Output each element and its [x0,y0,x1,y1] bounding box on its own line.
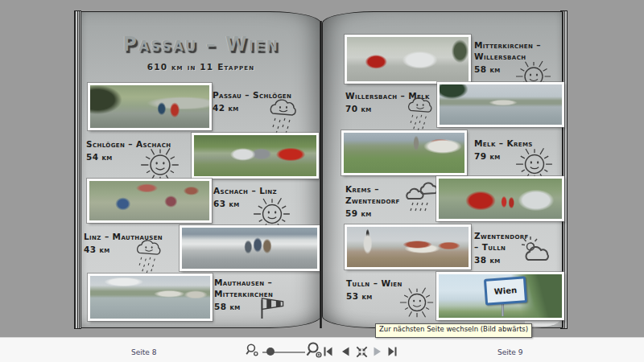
stage-photo [88,274,213,321]
previous-page-button[interactable] [341,347,349,356]
windsock-icon [257,294,289,319]
stage-photo [87,179,212,223]
rain-cloud-icon [132,238,166,274]
zoom-slider-handle[interactable] [266,348,275,356]
stage-route: Mauthausen – [214,277,307,288]
sun-icon [398,284,436,321]
rain-cloud-icon [265,97,302,136]
book-spine [320,21,322,328]
stage-photo [341,130,467,175]
tooltip: Zur nächsten Seite wechseln (Bild abwärt… [375,323,532,338]
wien-road-sign: Wien [484,277,527,306]
stage-photo [192,133,319,179]
last-page-button[interactable] [388,347,397,356]
left-page[interactable]: Passau – Wien 610 km in 11 Etappen Passa… [80,11,321,328]
page-title: Passau – Wien [81,33,320,56]
stage-photo [436,176,564,221]
stage-photo: Wien [436,272,564,320]
stage-photo [345,224,471,269]
page-subtitle: 610 km in 11 Etappen [81,62,320,72]
fit-to-window-button[interactable] [355,345,369,359]
stage-photo [345,35,471,84]
wien-sign-text: Wien [493,286,517,296]
rain-clouds-icon [402,179,439,215]
stage-route: Mitterkirchen – [474,39,559,51]
photobook-viewer: Passau – Wien 610 km in 11 Etappen Passa… [0,0,644,362]
photo-book: Passau – Wien 610 km in 11 Etappen Passa… [74,10,568,330]
right-page[interactable]: Mitterkirchen – Willersbach 58 km Willer… [322,11,563,328]
stage-photo [180,225,320,271]
next-page-button[interactable] [374,347,382,356]
zoom-out-button[interactable] [245,343,259,357]
rain-cloud-icon [403,96,437,131]
sun-behind-cloud-icon [518,234,555,266]
right-page-label: Seite 9 [497,348,522,356]
stage-photo [88,83,212,130]
first-page-button[interactable] [324,347,332,356]
left-page-label: Seite 8 [131,348,156,356]
stage-photo [437,82,564,127]
zoom-in-button[interactable] [305,341,323,359]
